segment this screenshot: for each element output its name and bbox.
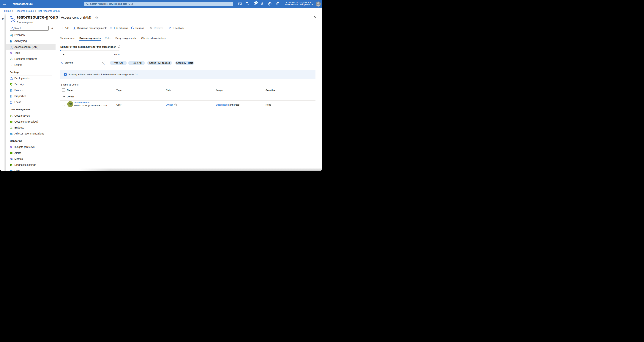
svg-text:$: $ (10, 120, 12, 122)
svg-text:$: $ (10, 127, 12, 129)
svg-text:?: ? (269, 3, 270, 5)
